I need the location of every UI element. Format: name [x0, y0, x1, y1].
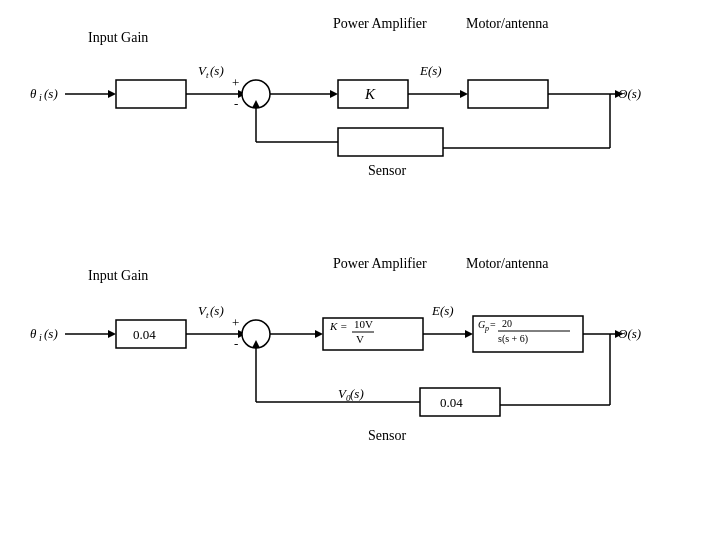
v0-s-2: (s) — [350, 386, 364, 401]
theta-i-1: θ — [30, 86, 37, 101]
sensor-val-2: 0.04 — [440, 395, 463, 410]
arrow-1d — [460, 90, 468, 98]
arrow-2d — [465, 330, 473, 338]
vt-s-1: (s) — [210, 63, 224, 78]
sensor-box-1 — [338, 128, 443, 156]
arrow-1a — [108, 90, 116, 98]
arrow-2c — [315, 330, 323, 338]
motor-box-1 — [468, 80, 548, 108]
sensor-label-2: Sensor — [368, 428, 406, 443]
es-1: E(s) — [419, 63, 442, 78]
plus-1: + — [232, 75, 239, 90]
label-input-gain-2: Input Gain — [88, 268, 148, 283]
gp-eq: = — [490, 319, 496, 330]
label-motor-2: Motor/antenna — [466, 256, 549, 271]
k-label-d2: K = — [329, 320, 348, 332]
vt-sub-1: t — [206, 70, 209, 80]
minus-1: - — [234, 96, 238, 111]
theta-i-2: θ — [30, 326, 37, 341]
label-motor-1: Motor/antenna — [466, 16, 549, 31]
main-diagram: Input Gain Power Amplifier Motor/antenna… — [0, 0, 720, 540]
input-gain-box-1 — [116, 80, 186, 108]
arrow-2a — [108, 330, 116, 338]
plus-2: + — [232, 315, 239, 330]
theta-i-sub-2: i — [39, 332, 42, 343]
arrow-1c — [330, 90, 338, 98]
theta-i-s-1: (s) — [44, 86, 58, 101]
label-power-amp-1: Power Amplifier — [333, 16, 427, 31]
gp-den: s(s + 6) — [498, 333, 528, 345]
vt-s-2: (s) — [210, 303, 224, 318]
k-numerator: 10V — [354, 318, 373, 330]
label-input-gain-1: Input Gain — [88, 30, 148, 45]
sensor-label-1: Sensor — [368, 163, 406, 178]
vt-sub-2: t — [206, 310, 209, 320]
label-power-amp-2: Power Amplifier — [333, 256, 427, 271]
gain-val-2: 0.04 — [133, 327, 156, 342]
es-2: E(s) — [431, 303, 454, 318]
k-denominator: V — [356, 333, 364, 345]
k-label-1: K — [364, 86, 376, 102]
minus-2: - — [234, 336, 238, 351]
gp-num: 20 — [502, 318, 512, 329]
gp-sub: p — [484, 324, 489, 333]
theta-i-s-2: (s) — [44, 326, 58, 341]
theta-i-sub-1: i — [39, 92, 42, 103]
